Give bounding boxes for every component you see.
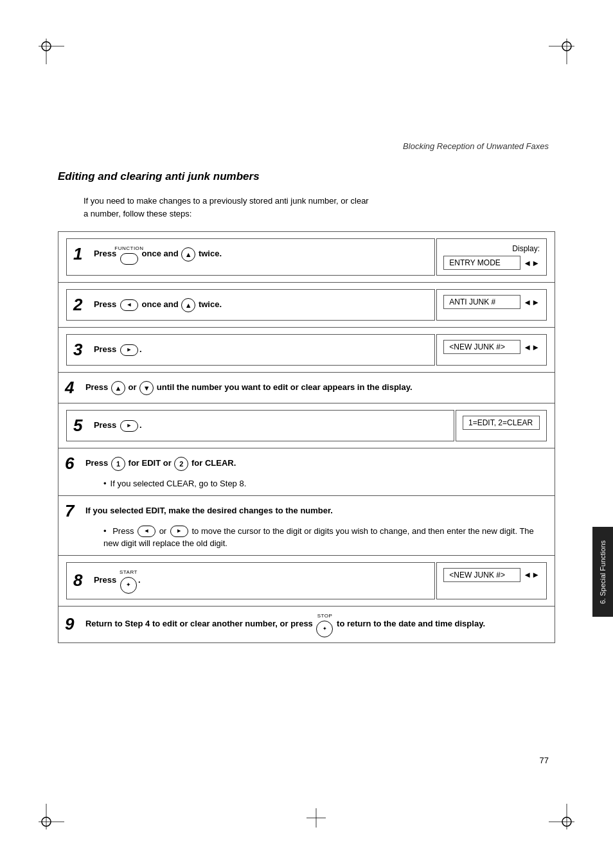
step-1-num: 1 (73, 244, 91, 264)
step-8-row: 8 Press START ✦ . (58, 555, 555, 606)
up-button-1: ▲ (181, 247, 195, 261)
stop-button: STOP ✦ (316, 621, 333, 637)
step-5-content: Press ►. (94, 420, 142, 430)
start-button: START ✦ (120, 577, 137, 594)
right-arrow-button-5: ► (120, 420, 138, 432)
step-8-content: Press START ✦ . (94, 575, 141, 585)
step-1-display-cell: Display: ENTRY MODE ◄► (436, 238, 547, 276)
step-2-cell: 2 Press ◄ once and ▲ twice. (58, 283, 555, 328)
start-label: START (120, 569, 138, 576)
step-9-row: 9 Return to Step 4 to edit or clear anot… (58, 606, 555, 642)
step-7-content: If you selected EDIT, make the desired c… (85, 506, 333, 515)
step-2-display-cell: ANTI JUNK # ◄► (436, 289, 547, 321)
down-button-4: ▼ (139, 381, 154, 395)
step-2-display: ANTI JUNK # ◄► (443, 295, 540, 309)
step-7-bullet: Press ◄ or ► to move the cursor to the d… (103, 525, 548, 550)
page-number: 77 (540, 756, 549, 765)
step-5-cell: 5 Press ►. 1=EDIT, 2=CLEAR (58, 403, 555, 448)
step-3-num: 3 (73, 340, 91, 360)
entry-mode-display: ENTRY MODE (443, 256, 520, 270)
step-9-content: Return to Step 4 to edit or clear anothe… (85, 619, 485, 628)
anti-junk-display: ANTI JUNK # (443, 295, 520, 309)
step-9-cell: 9 Return to Step 4 to edit or clear anot… (58, 606, 555, 642)
step-3-display-cell: <NEW JUNK #> ◄► (436, 334, 547, 366)
section-title: Editing and clearing anti junk numbers (58, 170, 555, 183)
step-6-bullet: If you selected CLEAR, go to Step 8. (103, 477, 548, 490)
main-content: Editing and clearing anti junk numbers I… (58, 170, 555, 643)
step-7-row: 7 If you selected EDIT, make the desired… (58, 495, 555, 555)
step-4-cell: 4 Press ▲ or ▼ until the number you want… (58, 373, 555, 403)
corner-mark-tl (39, 39, 64, 64)
entry-arrow: ◄► (523, 258, 540, 268)
step-7-num: 7 (65, 501, 83, 521)
step-3-cell: 3 Press ►. <NEW JUNK #> ◄► (58, 328, 555, 373)
step-3-row: 3 Press ►. <NEW JUNK #> ◄► (58, 328, 555, 373)
header-text: Blocking Reception of Unwanted Faxes (403, 141, 549, 151)
side-tab-text: 6. Special Functions (598, 540, 607, 603)
step-6-num: 6 (65, 454, 83, 474)
steps-table: 1 Press FUNCTION once and ▲ twice. (58, 231, 555, 643)
right-btn-7: ► (170, 526, 188, 537)
function-label: FUNCTION (114, 245, 143, 252)
step-3-content: Press ►. (94, 344, 142, 354)
corner-mark-bl (39, 804, 64, 829)
up-triangle-button: ▲ (181, 298, 195, 312)
corner-mark-tr (549, 39, 574, 64)
new-junk-arrow-8: ◄► (523, 570, 540, 580)
step-3-display: <NEW JUNK #> ◄► (443, 340, 540, 354)
new-junk-display-8: <NEW JUNK #> (443, 568, 520, 582)
side-tab: 6. Special Functions (592, 527, 613, 617)
corner-mark-br (549, 804, 574, 829)
step-1-cell: 1 Press FUNCTION once and ▲ twice. (58, 232, 555, 283)
step-8-display-cell: <NEW JUNK #> ◄► (436, 562, 547, 599)
step-6-row: 6 Press 1 for EDIT or 2 for CLEAR. If yo… (58, 448, 555, 496)
function-button: FUNCTION (120, 253, 138, 265)
page-header: Blocking Reception of Unwanted Faxes (0, 141, 613, 151)
stop-label: STOP (317, 612, 333, 620)
step-5-row: 5 Press ►. 1=EDIT, 2=CLEAR (58, 403, 555, 448)
step-2-content: Press ◄ once and ▲ twice. (94, 299, 222, 309)
new-junk-arrow-3: ◄► (523, 342, 540, 352)
display-label-1: Display: (443, 244, 540, 253)
right-arrow-button-3: ► (120, 344, 138, 356)
step-1-row: 1 Press FUNCTION once and ▲ twice. (58, 232, 555, 283)
step-5-display-cell: 1=EDIT, 2=CLEAR (456, 410, 547, 441)
new-junk-display-3: <NEW JUNK #> (443, 340, 520, 354)
step-6-content: Press 1 for EDIT or 2 for CLEAR. (85, 458, 236, 468)
step-4-row: 4 Press ▲ or ▼ until the number you want… (58, 373, 555, 403)
step-2-num: 2 (73, 295, 91, 315)
step-4-num: 4 (65, 378, 83, 398)
step-8-num: 8 (73, 571, 91, 590)
step-9-num: 9 (65, 614, 83, 634)
bottom-center-mark (306, 808, 326, 829)
page: Blocking Reception of Unwanted Faxes Edi… (0, 0, 613, 868)
step-8-display: <NEW JUNK #> ◄► (443, 568, 540, 582)
btn-1: 1 (111, 457, 125, 471)
step-7-cell: 7 If you selected EDIT, make the desired… (58, 495, 555, 555)
step-6-cell: 6 Press 1 for EDIT or 2 for CLEAR. If yo… (58, 448, 555, 496)
step-4-content: Press ▲ or ▼ until the number you want t… (85, 382, 413, 392)
left-btn-7: ◄ (138, 526, 155, 537)
left-arrow-button: ◄ (120, 299, 138, 311)
up-button-4: ▲ (111, 381, 125, 395)
edit-clear-display: 1=EDIT, 2=CLEAR (463, 416, 540, 430)
step-8-cell: 8 Press START ✦ . (58, 555, 555, 606)
step-5-num: 5 (73, 416, 91, 436)
intro-text: If you need to make changes to a previou… (84, 195, 555, 220)
btn-2: 2 (174, 457, 188, 471)
step-1-content: Press FUNCTION once and ▲ twice. (94, 249, 222, 258)
step-5-display: 1=EDIT, 2=CLEAR (463, 416, 540, 430)
step-1-display: ENTRY MODE ◄► (443, 256, 540, 270)
step-2-row: 2 Press ◄ once and ▲ twice. (58, 283, 555, 328)
anti-junk-arrow: ◄► (523, 297, 540, 307)
